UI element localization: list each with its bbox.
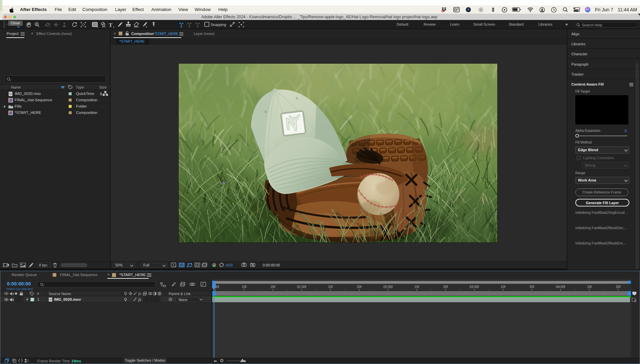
svg-text:fx: fx — [138, 292, 141, 296]
svg-text:04:00f: 04:00f — [556, 285, 565, 289]
svg-text:10f: 10f — [328, 285, 333, 289]
svg-text:T: T — [109, 22, 113, 28]
svg-text:10f: 10f — [587, 285, 592, 289]
svg-text:#: # — [37, 292, 39, 296]
svg-text:5: 5 — [442, 10, 443, 12]
svg-text:IMG_0020.mov: IMG_0020.mov — [54, 297, 81, 301]
svg-text:20f: 20f — [616, 285, 620, 289]
svg-text:20f: 20f — [529, 285, 534, 289]
svg-text:!: ! — [554, 9, 554, 11]
svg-text:03:00f: 03:00f — [470, 285, 479, 289]
svg-text:10f: 10f — [414, 285, 419, 289]
svg-text:fx: fx — [138, 298, 141, 302]
svg-text:10f: 10f — [501, 285, 505, 289]
svg-text:20f: 20f — [271, 285, 275, 289]
svg-text:01:00f: 01:00f — [297, 285, 306, 289]
svg-text:02:00f: 02:00f — [383, 285, 393, 289]
svg-text:20f: 20f — [443, 285, 448, 289]
svg-text:Source Name: Source Name — [49, 292, 71, 296]
svg-text:10f: 10f — [242, 285, 246, 289]
svg-text:1: 1 — [37, 297, 39, 301]
svg-text:20f: 20f — [357, 285, 362, 289]
svg-text:Parent & Link: Parent & Link — [169, 292, 191, 296]
